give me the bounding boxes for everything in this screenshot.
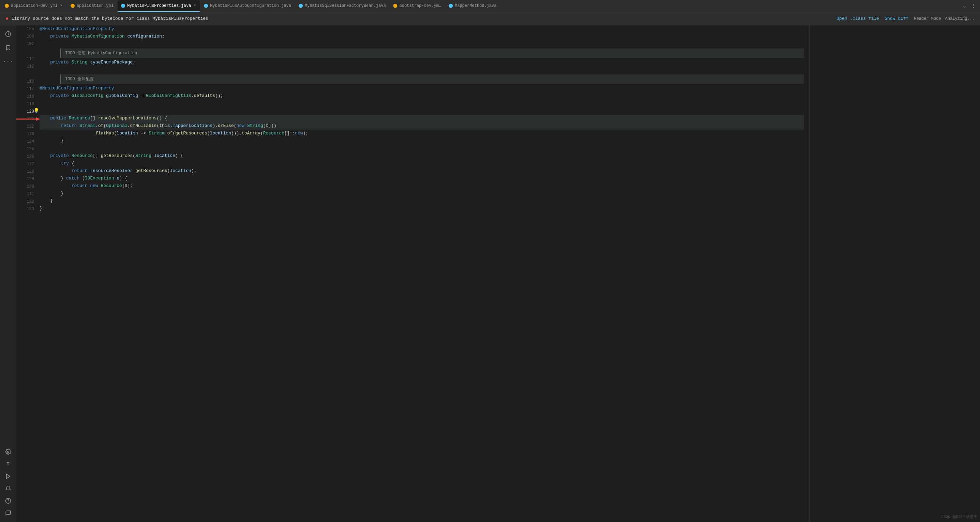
code-lines[interactable]: @NestedConfigurationProperty private Myb…	[37, 25, 810, 522]
line-num-119: 119	[19, 100, 34, 108]
tab-close-tab1[interactable]: ×	[60, 3, 63, 8]
tab-label-tab1: application-dev.yml	[11, 3, 57, 8]
line-num-133: 133	[19, 205, 34, 213]
sidebar-icon-help[interactable]	[2, 495, 14, 507]
sidebar-icon-bookmarks[interactable]	[2, 42, 14, 54]
line-num-131: 131	[19, 190, 34, 198]
tab-label-tab2: application.yml	[77, 3, 113, 8]
left-sidebar: ··· T	[0, 25, 16, 522]
line-num-132: 132	[19, 198, 34, 205]
sidebar-icon-text[interactable]: T	[2, 458, 14, 470]
code-line-126[interactable]: try {	[40, 160, 804, 167]
tab-icon-tab6	[393, 4, 397, 8]
code-line-125[interactable]: private Resource[] getResources(String l…	[40, 152, 804, 160]
line-num-112: 112	[19, 63, 34, 70]
right-panel	[810, 25, 980, 522]
code-line-119[interactable]: 💡	[40, 107, 804, 115]
svg-point-1	[7, 451, 9, 453]
sidebar-icon-community[interactable]	[2, 507, 14, 519]
tab-label-tab5: MybatisSqlSessionFactoryBean.java	[305, 3, 386, 8]
tab-icon-tab4	[204, 4, 208, 8]
code-line-105[interactable]: @NestedConfigurationProperty	[40, 25, 804, 33]
tab-overflow-button[interactable]: ⌵	[960, 3, 969, 9]
line-num-130: 130	[19, 183, 34, 190]
code-line-130[interactable]: }	[40, 190, 804, 197]
code-line-128[interactable]: } catch (IOException e) {	[40, 175, 804, 182]
code-line-124[interactable]	[40, 145, 804, 152]
main-layout: ··· T 1051061071111121161171181191201211…	[0, 25, 980, 522]
tab-tab1[interactable]: application-dev.yml×	[2, 0, 67, 12]
code-line-111[interactable]: private String typeEnumsPackage;	[40, 59, 804, 66]
sidebar-icon-play[interactable]	[2, 470, 14, 482]
line-number-todo	[19, 70, 34, 78]
line-num-117: 117	[19, 85, 34, 93]
line-number-todo	[19, 48, 34, 55]
code-line-127[interactable]: return resourceResolver.getResources(loc…	[40, 167, 804, 175]
code-line-132[interactable]: }	[40, 205, 804, 212]
code-line-121[interactable]: return Stream.of(Optional.ofNullable(thi…	[40, 122, 804, 130]
code-line-117[interactable]: private GlobalConfig globalConfig = Glob…	[40, 92, 804, 100]
line-num-121: 121	[19, 115, 34, 123]
code-line-107[interactable]	[40, 40, 804, 48]
code-line-131[interactable]: }	[40, 197, 804, 205]
sidebar-icon-recent[interactable]	[2, 28, 14, 40]
tab-bar: application-dev.yml×application.ymlMybat…	[0, 0, 980, 12]
tab-icon-tab2	[71, 4, 75, 8]
line-num-124: 124	[19, 138, 34, 145]
tab-icon-tab5	[299, 4, 303, 8]
warning-actions: Open .class file Show diff Reader Mode A…	[837, 16, 975, 21]
line-num-105: 105	[19, 25, 34, 33]
reader-mode-label: Reader Mode	[914, 16, 941, 21]
line-num-123: 123	[19, 130, 34, 138]
code-line-118[interactable]	[40, 100, 804, 107]
line-num-129: 129	[19, 176, 34, 183]
sidebar-icon-settings[interactable]	[2, 445, 14, 458]
line-num-125: 125	[19, 145, 34, 153]
tab-close-tab3[interactable]: ×	[193, 3, 196, 8]
code-line-123[interactable]: }	[40, 137, 804, 145]
analyzing-label: Analyzing...	[945, 16, 975, 21]
tab-tab4[interactable]: MybatisPlusAutoConfiguration.java	[200, 0, 294, 12]
code-line-133[interactable]	[40, 212, 804, 220]
todo-comment-todo1: TODO 使用 MybatisConfiguration	[60, 48, 804, 58]
svg-marker-2	[6, 474, 10, 479]
tab-icon-tab7	[449, 4, 453, 8]
code-line-129[interactable]: return new Resource[0];	[40, 182, 804, 190]
code-line-116[interactable]: @NestedConfigurationProperty	[40, 85, 804, 92]
line-num-106: 106	[19, 33, 34, 40]
tab-tab6[interactable]: bootstrap-dev.yml	[390, 0, 444, 12]
warning-bar: ● Library source does not match the byte…	[0, 12, 980, 25]
tab-tab5[interactable]: MybatisSqlSessionFactoryBean.java	[295, 0, 390, 12]
warning-text: Library source does not match the byteco…	[11, 16, 208, 21]
line-num-118: 118	[19, 93, 34, 100]
editor-area[interactable]: 1051061071111121161171181191201211221231…	[16, 25, 810, 522]
watermark: CSDN @多动手动恩主	[941, 514, 977, 519]
code-line-112[interactable]	[40, 66, 804, 74]
code-line-120[interactable]: public Resource[] resolveMapperLocations…	[40, 115, 804, 122]
tab-tab3[interactable]: MybatisPlusProperties.java×	[118, 0, 200, 12]
tab-menu-button[interactable]: ⋮	[969, 3, 978, 9]
line-num-128: 128	[19, 168, 34, 176]
line-num-127: 127	[19, 160, 34, 168]
line-num-107: 107	[19, 40, 34, 48]
tab-tab7[interactable]: MapperMethod.java	[445, 0, 500, 12]
tab-label-tab6: bootstrap-dev.yml	[399, 3, 441, 8]
code-line-106[interactable]: private MybatisConfiguration configurati…	[40, 33, 804, 40]
tab-list: application-dev.yml×application.ymlMybat…	[2, 0, 960, 12]
open-class-file-link[interactable]: Open .class file	[837, 16, 879, 21]
line-num-116: 116	[19, 78, 34, 85]
warning-icon: ●	[5, 16, 9, 22]
line-num-111: 111	[19, 55, 34, 63]
show-diff-link[interactable]: Show diff	[885, 16, 908, 21]
lightbulb-icon[interactable]: 💡	[33, 107, 39, 115]
tab-icon-tab3	[121, 4, 125, 8]
tab-label-tab7: MapperMethod.java	[455, 3, 496, 8]
sidebar-icon-notifications[interactable]	[2, 482, 14, 495]
tab-tab2[interactable]: application.yml	[67, 0, 117, 12]
sidebar-bottom: T	[2, 445, 14, 519]
code-line-122[interactable]: .flatMap(location -> Stream.of(getResour…	[40, 130, 804, 137]
reader-analyzing-area: Reader Mode Analyzing...	[914, 16, 975, 21]
sidebar-icon-more[interactable]: ···	[2, 55, 14, 67]
code-view[interactable]: 1051061071111121161171181191201211221231…	[16, 25, 810, 522]
line-num-122: 122	[19, 123, 34, 130]
